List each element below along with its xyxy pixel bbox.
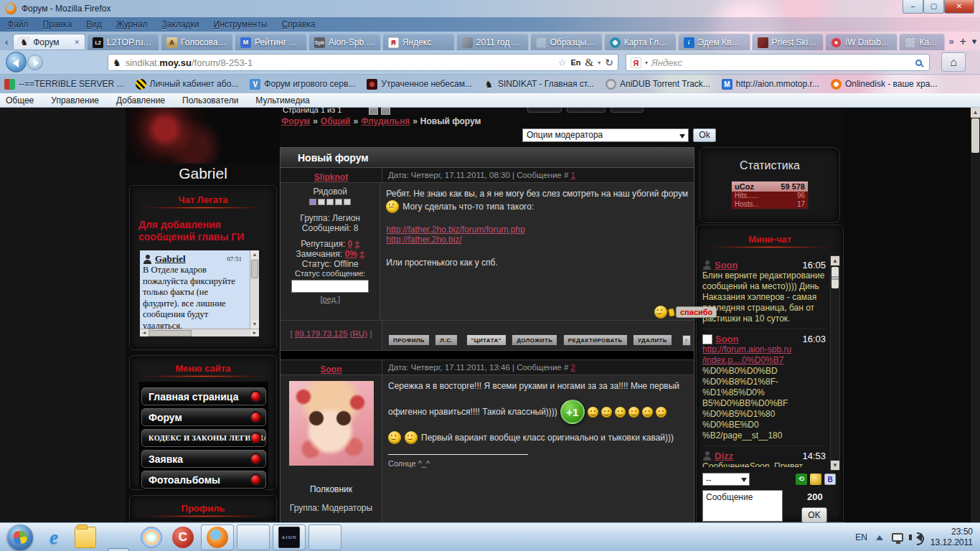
minichat-author[interactable]: Dizz [715,451,733,461]
reload-icon[interactable]: ↻ [605,57,613,68]
bookmark-terrible-server[interactable]: --==TERRIBLE SERVER ... [4,79,124,90]
scrollbar-thumb[interactable] [971,118,979,153]
game-taskbar-button[interactable] [237,524,270,550]
menu-item-codex[interactable]: КОДЕКС И ЗАКОНЫ ЛЕГИОНА [141,429,266,447]
list-all-tabs-icon[interactable]: ▾ [969,34,980,49]
extension-amp-icon[interactable]: & [585,57,594,69]
tab-forum[interactable]: ♞ Форум ✕ [13,34,85,50]
back-button[interactable] [6,52,27,72]
admin-menu-general[interactable]: Общее [6,95,34,105]
message-number-link[interactable]: 1 [571,171,575,179]
menu-history[interactable]: Журнал [116,19,148,29]
scroll-right-icon[interactable]: ► [250,329,259,336]
extension-en-icon[interactable]: En [571,58,581,67]
scroll-down-icon[interactable]: ▼ [250,320,259,329]
tab-map[interactable]: Карта Гласт... [604,34,677,50]
scroll-up-icon[interactable]: ▲ [971,108,980,118]
url-text[interactable]: sindikat.moy.su/forum/8-253-1 [126,57,554,68]
refresh-icon[interactable]: ⟲ [796,474,807,485]
thanks-badge[interactable]: спасибо [654,306,717,319]
minichat-author[interactable]: Soon [715,260,738,270]
teamspeak-taskbar-button[interactable] [308,524,341,550]
bookmark-lost-heaven[interactable]: Утраченное небесам... [367,79,472,90]
menu-item-application[interactable]: Заявка [141,450,266,468]
menu-view[interactable]: Вид [86,19,102,29]
tab-rating[interactable]: M Рейтинг се... [235,34,307,50]
minichat-input[interactable]: Сообщение [702,490,783,522]
bookmark-mmotop[interactable]: Mhttp://aion.mmotop.r... [722,79,819,90]
tab-priest-skill[interactable]: Priest Skill T... [752,34,824,50]
admin-menu-add[interactable]: Добавление [116,95,165,105]
tab-close-icon[interactable]: ✕ [75,39,80,46]
admin-menu-multimedia[interactable]: Мультимедиа [255,95,309,105]
search-box[interactable]: Я ▾ Яндекс [626,54,930,71]
warnings-plusminus-link[interactable]: ± [359,249,364,259]
menu-item-photoalbums[interactable]: Фотоальбомы [141,471,266,489]
minichat-author[interactable]: Soon [715,334,739,344]
url-bar[interactable]: ♞ sindikat.moy.su/forum/8-253-1 ☆ En & ▾… [108,54,618,71]
breadcrumb-forum[interactable]: Форум [281,116,310,126]
menu-edit[interactable]: Правка [43,19,72,29]
search-placeholder[interactable]: Яндекс [651,57,912,68]
clock[interactable]: 23:50 13.12.2011 [930,527,973,548]
scroll-down-icon[interactable]: ▼ [831,461,839,470]
page-scrollbar[interactable]: ▲ [971,108,980,522]
menu-bookmarks[interactable]: Закладки [162,19,199,29]
menu-item-forum[interactable]: Форум [141,408,266,426]
delete-button[interactable]: УДАЛИТЬ [633,334,672,346]
bookmark-game-forum[interactable]: VФорум игрового серв... [250,79,355,90]
author-link-soon[interactable]: Soon [321,364,342,375]
tab-scroll-left-icon[interactable]: ‹ [1,34,11,50]
breadcrumb-general[interactable]: Общий [321,116,351,126]
scroll-left-icon[interactable]: ◄ [140,329,149,336]
scroll-up-icon[interactable]: ▲ [831,256,839,265]
minichat-ok-button[interactable]: OK [801,507,827,522]
vertical-scrollbar[interactable]: ▲ ▼ [250,250,259,329]
scrollbar-thumb[interactable] [831,267,839,288]
moderator-ok-button[interactable]: Ok [693,128,716,142]
message-number-link[interactable]: 2 [571,363,575,372]
post-link[interactable]: http://father.2ho.biz/forum/forum.php [386,225,524,235]
language-indicator[interactable]: EN [855,532,867,542]
bookmark-anidub[interactable]: AniDUB Torrent Track... [606,79,710,90]
tab-iw-database[interactable]: iW Databas... [825,34,897,50]
user-account-icon[interactable] [108,548,129,551]
minichat-link[interactable]: http://forum.aion-spb.ru [702,344,826,355]
author-link-slipknot[interactable]: Slipknot [314,172,348,182]
page-button[interactable] [369,108,378,115]
report-button[interactable]: ДОЛОЖИТЬ [512,334,557,346]
yandex-engine-icon[interactable]: Я [631,57,641,68]
minichat-scrollbar[interactable]: ▲ ▼ [830,255,840,471]
moderator-options-select[interactable]: Опции модератора [522,128,689,142]
maximize-button[interactable]: ▢ [923,0,944,14]
menu-tools[interactable]: Инструменты [214,19,268,29]
minimize-button[interactable]: – [903,0,923,14]
menu-help[interactable]: Справка [281,19,315,29]
menu-item-home[interactable]: Главная страница [141,387,266,405]
tab-yandex[interactable]: Я Яндекс [382,34,455,50]
volume-icon[interactable] [912,533,922,542]
thread-action-button[interactable] [567,108,606,113]
profile-button[interactable]: ПРОФИЛЬ [388,334,430,346]
chat-author[interactable]: Gabriel [155,253,186,265]
forward-button[interactable] [27,55,43,70]
ucoz-counter[interactable]: uCoz59 578 Hits......96 Hosts...17 [731,181,809,209]
bookmark-sindikat[interactable]: ♞SINDIKAT - Главная ст... [484,79,594,90]
hidden-icons-arrow[interactable] [876,532,883,540]
bold-icon[interactable]: B [824,474,836,485]
breadcrumb-fludilnya[interactable]: Флудильня [361,116,410,126]
edit-button[interactable]: РЕДАКТИРОВАТЬ [563,334,628,346]
pm-button[interactable]: Л.С. [435,334,457,346]
ccleaner-icon[interactable]: C [172,527,194,548]
media-disc-icon[interactable] [141,527,162,548]
menu-file[interactable]: Файл [7,19,29,29]
ip-country-link[interactable]: (RU) [350,329,367,338]
smiley-picker-icon[interactable] [810,474,821,485]
post-link[interactable]: http://father.2ho.biz/ [386,235,461,245]
tab-2011[interactable]: 2011 год - С... [456,34,529,50]
ip-link[interactable]: 89.179.73.125 [295,329,348,338]
bookmark-beeline[interactable]: Личный кабинет або... [136,79,239,90]
aion-icon[interactable]: AION [278,527,300,548]
warnings-link[interactable]: 0% [344,249,357,259]
reputation-plusminus-link[interactable]: ± [355,239,360,249]
